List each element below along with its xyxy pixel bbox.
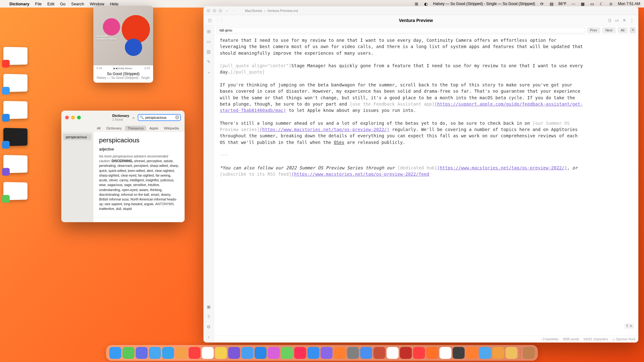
dock-app-icon[interactable] bbox=[426, 347, 438, 359]
dock-app-icon[interactable] bbox=[413, 347, 425, 359]
dock-app-icon[interactable] bbox=[400, 347, 412, 359]
nav-forward-icon[interactable]: → bbox=[232, 9, 236, 13]
menu-edit[interactable]: Edit bbox=[47, 2, 54, 6]
tab-all[interactable]: All bbox=[94, 126, 103, 131]
dock-app-icon[interactable] bbox=[321, 347, 333, 359]
dock-app-icon[interactable] bbox=[123, 347, 135, 359]
dock-app-icon[interactable] bbox=[440, 347, 452, 359]
menuextra-icon[interactable]: ⊞ bbox=[414, 1, 419, 6]
rail-icon[interactable]: ▣ bbox=[207, 304, 211, 309]
menuextra-icon[interactable]: ▤ bbox=[549, 1, 554, 6]
dock-app-icon[interactable] bbox=[202, 347, 214, 359]
link[interactable]: (https://www.macstories.net/tag/os-previ… bbox=[437, 165, 567, 170]
dock-app-icon[interactable] bbox=[175, 347, 187, 359]
editor-content[interactable]: feature that I need to use for my review… bbox=[214, 35, 638, 336]
now-playing-text[interactable]: Halsey — So Good (Stripped) - Single — S… bbox=[433, 2, 535, 6]
find-all-button[interactable]: All bbox=[618, 27, 628, 33]
search-input[interactable] bbox=[138, 114, 181, 121]
sidebar-toggle-icon[interactable]: ◫ bbox=[208, 18, 212, 23]
help-icon[interactable]: ? bbox=[208, 314, 210, 319]
dock-app-icon[interactable] bbox=[255, 347, 267, 359]
app-menu[interactable]: Dictionary bbox=[9, 2, 30, 6]
stage-thumb[interactable] bbox=[3, 74, 31, 92]
rail-icon[interactable]: ▥ bbox=[207, 49, 211, 54]
dock-app-icon[interactable] bbox=[466, 347, 478, 359]
find-next-button[interactable]: Next bbox=[602, 27, 616, 33]
do-not-disturb-icon[interactable]: ☾ bbox=[599, 1, 604, 6]
search-field[interactable]: 🔍 ✕ bbox=[138, 114, 181, 121]
dock-app-icon[interactable] bbox=[149, 347, 161, 359]
dock-app-icon[interactable] bbox=[347, 347, 359, 359]
close-button[interactable] bbox=[207, 9, 210, 13]
rail-icon[interactable]: ⊞ bbox=[207, 29, 211, 34]
dock-app-icon[interactable] bbox=[308, 347, 319, 359]
control-center-icon[interactable]: ⎚ bbox=[608, 1, 613, 6]
dock-app-icon[interactable] bbox=[294, 347, 306, 359]
menu-search[interactable]: Search bbox=[71, 2, 84, 6]
rail-icon[interactable]: ▭ bbox=[207, 39, 211, 44]
rail-icon[interactable]: ✎ bbox=[207, 59, 211, 64]
result-item[interactable]: perspicacious bbox=[63, 134, 92, 140]
find-close-button[interactable]: ✕ bbox=[630, 27, 636, 33]
find-prev-button[interactable]: Prev bbox=[587, 27, 601, 33]
clock[interactable]: Mon 7:51 AM bbox=[618, 2, 640, 6]
settings-icon[interactable]: ⚙ bbox=[207, 324, 211, 329]
dock-app-icon[interactable] bbox=[268, 347, 280, 359]
more-icon[interactable]: ⋮ bbox=[630, 18, 634, 23]
status-sponsor[interactable]: ▭ Sponsor Hunt bbox=[612, 337, 635, 341]
clear-search-icon[interactable]: ✕ bbox=[175, 115, 179, 119]
more-icon[interactable]: ⋯ bbox=[571, 1, 576, 6]
link[interactable]: (https://www.macstories.net/tag/os-previ… bbox=[291, 172, 429, 177]
dock-app-icon[interactable] bbox=[453, 347, 465, 359]
minimize-button[interactable] bbox=[213, 9, 216, 13]
weather-text[interactable]: 66°F bbox=[558, 2, 566, 6]
drag-handle-icon[interactable]: ⋮⋮ bbox=[215, 18, 224, 23]
music-mini-player[interactable]: so good(stripped) ● halsey 0:49 ▶◀ Dolby… bbox=[93, 6, 153, 83]
dock-app-icon[interactable] bbox=[242, 347, 253, 359]
stage-thumb[interactable] bbox=[3, 128, 31, 146]
close-button[interactable] bbox=[65, 116, 69, 119]
dock-app-icon[interactable] bbox=[523, 347, 535, 359]
dock-app-icon[interactable] bbox=[360, 347, 372, 359]
dock-app-icon[interactable] bbox=[506, 347, 518, 359]
dock-app-icon[interactable] bbox=[136, 347, 148, 359]
format-float[interactable]: ¶ A bbox=[625, 323, 634, 329]
close-tab-icon[interactable]: ✕ bbox=[623, 18, 626, 23]
sync-icon[interactable]: ⟳ bbox=[540, 1, 545, 6]
stage-thumb[interactable] bbox=[3, 101, 31, 119]
dock-app-icon[interactable] bbox=[189, 347, 201, 359]
tab-wikipedia[interactable]: Wikipedia bbox=[161, 126, 181, 131]
display-icon[interactable]: ▭ bbox=[590, 1, 595, 6]
zoom-button[interactable] bbox=[219, 9, 222, 13]
find-input[interactable] bbox=[217, 27, 585, 33]
stage-thumb[interactable] bbox=[3, 47, 31, 65]
nav-back-icon[interactable]: ← bbox=[225, 9, 229, 13]
stage-thumb[interactable] bbox=[3, 182, 31, 200]
status-backlinks[interactable]: ‹ 0 backlinks bbox=[541, 337, 559, 341]
menuextra-icon[interactable]: ◐ bbox=[424, 1, 429, 6]
tab-dictionary[interactable]: Dictionary bbox=[104, 126, 124, 131]
tab-apple[interactable]: Apple bbox=[147, 126, 161, 131]
stage-manager-icon[interactable]: ▦ bbox=[580, 1, 585, 6]
crumb-folder[interactable]: MacStories bbox=[245, 9, 262, 13]
dock-app-icon[interactable] bbox=[281, 347, 293, 359]
dock-app-icon[interactable] bbox=[492, 347, 504, 359]
menu-go[interactable]: Go bbox=[60, 2, 65, 6]
dock-app-icon[interactable] bbox=[228, 347, 240, 359]
link[interactable]: (https://www.macstories.net/tag/os-previ… bbox=[259, 127, 389, 132]
dock-app-icon[interactable] bbox=[374, 347, 386, 359]
menu-file[interactable]: File bbox=[35, 2, 42, 6]
reader-icon[interactable]: ▭ bbox=[615, 18, 619, 23]
dock-app-icon[interactable] bbox=[162, 347, 174, 359]
zoom-button[interactable] bbox=[77, 116, 81, 119]
dock-app-icon[interactable] bbox=[109, 347, 121, 359]
dock-app-icon[interactable] bbox=[387, 347, 399, 359]
stage-thumb[interactable] bbox=[3, 155, 31, 173]
minimize-button[interactable] bbox=[71, 116, 75, 119]
tab-thesaurus[interactable]: Thesaurus bbox=[125, 126, 146, 131]
chevron-down-icon[interactable]: ⌄ bbox=[207, 69, 211, 74]
mode-toggle-icon[interactable]: ⟨⟩ bbox=[608, 18, 611, 23]
dock-app-icon[interactable] bbox=[334, 347, 346, 359]
dock-app-icon[interactable] bbox=[215, 347, 227, 359]
dock-app-icon[interactable] bbox=[479, 347, 491, 359]
